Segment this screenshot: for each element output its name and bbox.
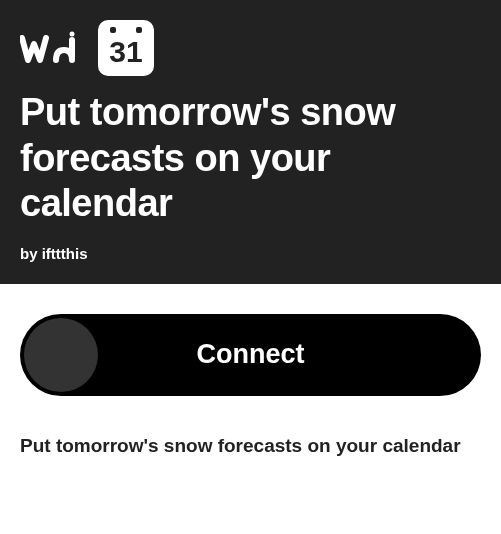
author-prefix: by bbox=[20, 245, 42, 262]
applet-content: Connect Put tomorrow's snow forecasts on… bbox=[0, 284, 501, 491]
connect-label: Connect bbox=[197, 339, 305, 370]
applet-title: Put tomorrow's snow forecasts on your ca… bbox=[20, 90, 481, 227]
calendar-icon: 31 bbox=[98, 20, 154, 76]
service-icons-row: 31 bbox=[20, 20, 481, 76]
applet-author[interactable]: by ifttthis bbox=[20, 245, 481, 262]
svg-point-0 bbox=[70, 32, 75, 37]
calendar-day-number: 31 bbox=[109, 35, 142, 69]
applet-header: 31 Put tomorrow's snow forecasts on your… bbox=[0, 0, 501, 284]
toggle-knob bbox=[24, 318, 98, 392]
connect-button[interactable]: Connect bbox=[20, 314, 481, 396]
author-name: ifttthis bbox=[42, 245, 88, 262]
applet-description: Put tomorrow's snow forecasts on your ca… bbox=[20, 432, 481, 461]
weather-underground-icon bbox=[20, 30, 82, 66]
